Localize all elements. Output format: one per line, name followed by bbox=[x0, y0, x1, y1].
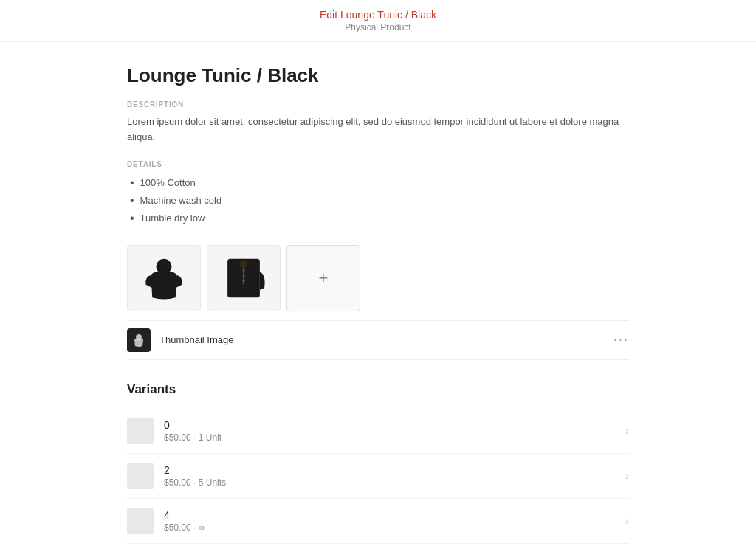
variant-swatch bbox=[127, 418, 154, 444]
details-section: DETAILS 100% Cotton Machine wash cold Tu… bbox=[127, 160, 629, 227]
detail-item-3: Tumble dry low bbox=[130, 210, 629, 227]
chevron-right-icon: › bbox=[625, 514, 629, 528]
details-label: DETAILS bbox=[127, 160, 629, 168]
variant-details: $50.00 · 5 Units bbox=[164, 477, 625, 488]
detail-item-2: Machine wash cold bbox=[130, 192, 629, 210]
chevron-right-icon: › bbox=[625, 469, 629, 483]
variant-row[interactable]: 0$50.00 · 1 Unit› bbox=[127, 409, 629, 454]
thumbnail-row: Thumbnail Image ··· bbox=[127, 320, 629, 360]
variant-name: 2 bbox=[164, 464, 625, 476]
chevron-right-icon: › bbox=[625, 424, 629, 438]
add-image-button[interactable]: + bbox=[286, 245, 360, 311]
variants-section: Variants 0$50.00 · 1 Unit›2$50.00 · 5 Un… bbox=[127, 382, 629, 552]
edit-title: Edit Lounge Tunic / Black bbox=[12, 9, 744, 21]
variant-info: 2$50.00 · 5 Units bbox=[164, 464, 625, 488]
svg-point-5 bbox=[242, 274, 245, 277]
description-label: DESCRIPTION bbox=[127, 100, 629, 108]
variant-details: $50.00 · ∞ bbox=[164, 522, 625, 533]
images-row: + bbox=[127, 245, 629, 311]
plus-icon: + bbox=[319, 269, 329, 288]
variant-swatch bbox=[127, 508, 154, 534]
top-bar: Edit Lounge Tunic / Black Physical Produ… bbox=[0, 0, 756, 42]
product-type-label: Physical Product bbox=[12, 22, 744, 32]
variant-info: 0$50.00 · 1 Unit bbox=[164, 419, 625, 443]
product-image-2[interactable] bbox=[207, 245, 281, 311]
main-content: Lounge Tunic / Black DESCRIPTION Lorem i… bbox=[97, 42, 659, 552]
thumbnail-label: Thumbnail Image bbox=[159, 334, 614, 345]
variant-name: 0 bbox=[164, 419, 625, 431]
svg-point-4 bbox=[242, 269, 245, 272]
product-image-1[interactable] bbox=[127, 245, 201, 311]
variants-list: 0$50.00 · 1 Unit›2$50.00 · 5 Units›4$50.… bbox=[127, 409, 629, 552]
thumbnail-icon bbox=[127, 328, 151, 352]
variant-row[interactable]: 4$50.00 · ∞› bbox=[127, 499, 629, 544]
variant-row[interactable]: 6$50.00 · 0 Units› bbox=[127, 544, 629, 552]
variant-details: $50.00 · 1 Unit bbox=[164, 432, 625, 443]
description-text: Lorem ipsum dolor sit amet, consectetur … bbox=[127, 114, 629, 145]
details-list: 100% Cotton Machine wash cold Tumble dry… bbox=[127, 174, 629, 227]
variant-name: 4 bbox=[164, 509, 625, 521]
variant-row[interactable]: 2$50.00 · 5 Units› bbox=[127, 454, 629, 499]
detail-item-1: 100% Cotton bbox=[130, 174, 629, 192]
svg-point-2 bbox=[240, 260, 248, 268]
more-options-button[interactable]: ··· bbox=[614, 332, 629, 348]
variant-info: 4$50.00 · ∞ bbox=[164, 509, 625, 533]
svg-point-6 bbox=[242, 279, 245, 282]
variant-swatch bbox=[127, 463, 154, 489]
variants-title: Variants bbox=[127, 382, 629, 397]
product-title: Lounge Tunic / Black bbox=[127, 64, 629, 87]
